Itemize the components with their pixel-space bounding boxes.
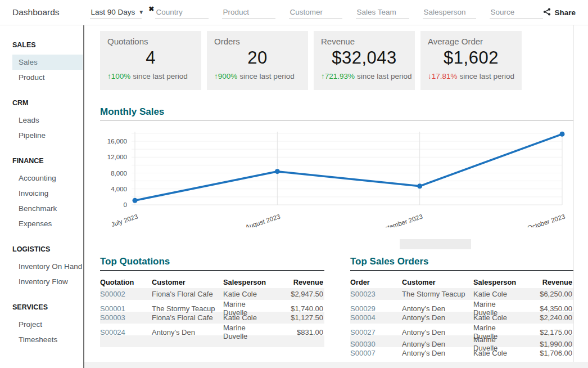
customer-cell: Antony's Den [402, 340, 473, 348]
sidebar-item-inventory-flow[interactable]: Inventory Flow [12, 274, 83, 289]
x-tick-label: July 2023 [110, 213, 139, 227]
top-bar: Dashboards Last 90 Days▼✖CountryProductC… [0, 0, 588, 25]
table-row: S00002Fiona's Floral CafeKatie Cole$2,94… [100, 288, 324, 300]
x-tick-label: October 2023 [527, 213, 566, 227]
sidebar-item-accounting[interactable]: Accounting [12, 170, 83, 186]
kpi-card-revenue[interactable]: Revenue$32,043↑721.93%since last period [314, 31, 415, 90]
kpi-label: Quotations [107, 37, 194, 46]
kpi-value: $32,043 [321, 48, 408, 68]
kpi-delta-suffix: since last period [357, 72, 412, 80]
table-row: S00004Antony's DenKatie Cole$2,240.00 [350, 312, 573, 324]
sidebar-item-pipeline[interactable]: Pipeline [12, 128, 83, 143]
filter-label: Salesperson [423, 8, 465, 16]
kpi-card-orders[interactable]: Orders20↑900%since last period [207, 31, 308, 90]
chevron-down-icon[interactable]: ▼ [138, 9, 144, 15]
customer-cell: Antony's Den [152, 328, 223, 336]
sales-line [135, 134, 562, 200]
arrow-up-icon: ↑ [214, 72, 218, 80]
data-point-october-2023[interactable] [560, 132, 565, 137]
filter-last-90-days[interactable]: Last 90 Days▼✖ [90, 7, 142, 19]
revenue-cell: $4,350.00 [520, 304, 573, 313]
arrow-up-icon: ↑ [321, 72, 325, 80]
filter-sales-team[interactable]: Sales Team [356, 7, 409, 19]
sidebar-item-invoicing[interactable]: Invoicing [12, 186, 83, 201]
kpi-delta-percent: 17.81% [432, 72, 458, 80]
top-sales-orders-section: Top Sales OrdersOrderCustomerSalesperson… [350, 256, 573, 359]
revenue-cell: $2,175.00 [520, 328, 573, 336]
kpi-value: 20 [214, 48, 301, 68]
data-point-july-2023[interactable] [133, 198, 138, 203]
record-link[interactable]: S00002 [100, 290, 152, 298]
customer-cell: Antony's Den [402, 304, 473, 313]
record-link[interactable]: S00007 [350, 349, 402, 357]
sidebar-item-benchmark[interactable]: Benchmark [12, 201, 83, 216]
col-header: Revenue [271, 278, 324, 286]
table-row: S00001The Stormy TeacupMarine Duvelle$1,… [100, 300, 324, 312]
top-sales-orders-title-wrap: Top Sales Orders [350, 256, 573, 271]
col-header: Order [350, 278, 402, 286]
record-link[interactable]: S00023 [350, 290, 402, 298]
empty-table-row [100, 335, 324, 347]
sidebar-item-inventory-on-hand[interactable]: Inventory On Hand [12, 259, 83, 274]
customer-cell: Antony's Den [402, 328, 473, 336]
filter-country[interactable]: Country [155, 7, 209, 19]
filter-product[interactable]: Product [222, 7, 275, 19]
sidebar-item-product[interactable]: Product [12, 70, 83, 85]
col-header: Revenue [520, 278, 573, 286]
kpi-label: Orders [214, 37, 301, 46]
top-quotations-title-wrap: Top Quotations [100, 256, 324, 271]
filter-source[interactable]: Source [490, 7, 543, 19]
sidebar-item-project[interactable]: Project [12, 317, 83, 332]
kpi-value: $1,602 [428, 48, 514, 68]
record-link[interactable]: S00024 [100, 328, 152, 336]
data-point-august-2023[interactable] [275, 169, 280, 174]
salesperson-cell: Katie Cole [473, 349, 520, 357]
sidebar-item-timesheets[interactable]: Timesheets [12, 332, 83, 347]
kpi-delta: ↓17.81%since last period [428, 72, 514, 80]
salesperson-cell: Katie Cole [473, 313, 520, 322]
record-link[interactable]: S00004 [350, 313, 402, 322]
salesperson-cell: Marine Duvelle [223, 324, 271, 340]
kpi-delta-percent: 900% [218, 72, 238, 80]
sidebar-item-leads[interactable]: Leads [12, 113, 83, 128]
top-quotations-section: Top QuotationsQuotationCustomerSalespers… [100, 256, 324, 359]
kpi-card-average-order[interactable]: Average Order$1,602↓17.81%since last per… [420, 31, 522, 90]
record-link[interactable]: S00001 [100, 304, 152, 313]
sidebar-section-logistics: LOGISTICSInventory On HandInventory Flow [12, 245, 83, 289]
customer-cell: Fiona's Floral Cafe [152, 313, 223, 322]
top-sales-orders-title: Top Sales Orders [350, 256, 429, 267]
sidebar-item-expenses[interactable]: Expenses [12, 216, 83, 231]
kpi-value: 4 [107, 48, 194, 68]
x-tick-label: August 2023 [245, 213, 281, 227]
record-link[interactable]: S00029 [350, 304, 402, 313]
record-link[interactable]: S00027 [350, 328, 402, 336]
col-header: Salesperson [473, 278, 520, 286]
chart-scrollbar[interactable] [400, 239, 471, 249]
filter-customer[interactable]: Customer [289, 7, 342, 19]
sidebar-item-sales[interactable]: Sales [12, 55, 83, 70]
table-row: S00027Antony's DenMarine Duvelle$2,175.0… [350, 324, 573, 335]
top-sales-orders-table: OrderCustomerSalespersonRevenueS00023The… [350, 276, 573, 359]
filter-salesperson[interactable]: Salesperson [423, 7, 476, 19]
y-tick-label: 8,000 [111, 170, 127, 177]
kpi-delta: ↑100%since last period [107, 72, 194, 80]
record-link[interactable]: S00003 [100, 313, 152, 322]
top-quotations-title: Top Quotations [100, 256, 170, 267]
kpi-card-quotations[interactable]: Quotations4↑100%since last period [100, 31, 201, 90]
table-row: S00030Antony's DenMarine Duvelle$1,990.0… [350, 335, 573, 347]
arrow-up-icon: ↑ [107, 72, 111, 80]
filter-label: Sales Team [356, 8, 396, 16]
sidebar-section-title: SALES [12, 41, 83, 49]
clear-filter-icon[interactable]: ✖ [148, 5, 154, 13]
sidebar-section-services: SERVICESProjectTimesheets [12, 303, 83, 347]
salesperson-cell: Katie Cole [223, 313, 271, 322]
monthly-sales-chart[interactable]: 04,0008,00012,00016,000July 2023August 2… [100, 127, 573, 227]
y-tick-label: 0 [124, 201, 127, 208]
share-button[interactable]: Share [543, 8, 576, 17]
filter-label: Country [156, 8, 182, 16]
sidebar-section-title: FINANCE [12, 157, 83, 165]
table-row: S00003Fiona's Floral CafeKatie Cole$1,12… [100, 312, 324, 324]
data-point-september-2023[interactable] [417, 183, 422, 189]
sidebar: SALESSalesProductCRMLeadsPipelineFINANCE… [0, 25, 84, 368]
record-link[interactable]: S00030 [350, 340, 402, 348]
